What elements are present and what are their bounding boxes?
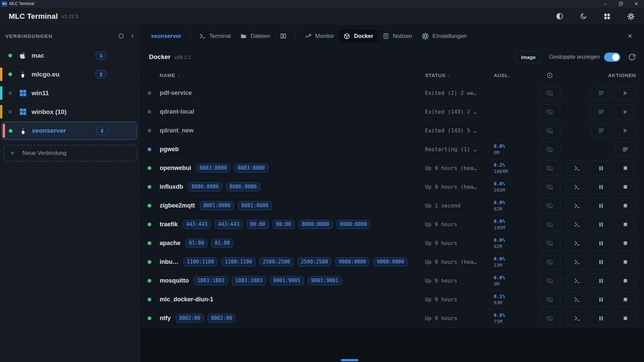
sidebar-item-win11[interactable]: win11 (0, 84, 141, 103)
table-row[interactable]: traefik 443:443443:44380:8080:808080:808… (141, 215, 644, 234)
tab-monitor[interactable]: Monitor (300, 29, 339, 43)
eye-toggle-button[interactable] (539, 217, 560, 232)
tab-terminal[interactable]: Terminal (195, 29, 235, 43)
sidebar-item-mac[interactable]: mac 1 (0, 46, 141, 65)
table-row[interactable]: qdrant-local Exited (143) 2 … (141, 103, 644, 121)
table-row[interactable]: pgweb Restarting (1) … 0.0% 0M (141, 140, 644, 159)
port-badge[interactable]: 8082:80 (208, 314, 235, 323)
stop-button[interactable] (614, 292, 636, 307)
table-row[interactable]: mosquitto 1883:18831883:18839001:9001900… (141, 272, 644, 290)
port-badge[interactable]: 2500:2500 (260, 257, 293, 266)
eye-toggle-button[interactable] (539, 179, 560, 194)
port-badge[interactable]: 80:80 (273, 220, 294, 229)
table-row[interactable]: inbu… 1100:11001100:11002500:25002500:25… (141, 253, 644, 272)
stop-button[interactable] (614, 161, 636, 176)
dark-mode-moon-icon[interactable] (580, 13, 587, 20)
port-badge[interactable]: 9001:9001 (308, 276, 342, 285)
port-badge[interactable]: 8080:8080 (336, 220, 370, 229)
eye-toggle-button[interactable] (539, 311, 560, 326)
close-tab-button[interactable]: ✕ (625, 31, 635, 41)
settings-gear-icon[interactable] (627, 13, 635, 20)
table-row[interactable]: pdf-service Exited (2) 2 we… (141, 84, 644, 103)
pause-button[interactable] (590, 292, 612, 307)
eye-toggle-button[interactable] (539, 85, 560, 101)
eye-toggle-button[interactable] (539, 254, 560, 269)
pause-button[interactable] (590, 311, 612, 326)
terminal-button[interactable] (566, 179, 588, 194)
port-badge[interactable]: 8083:8080 (234, 164, 268, 173)
stop-button[interactable] (614, 217, 636, 232)
terminal-button[interactable] (566, 217, 588, 232)
table-row[interactable]: ntfy 8082:808082:80 Up 9 hours 0.0% 75M (141, 309, 644, 328)
sidebar-item-mlcgo-eu[interactable]: mlcgo.eu 2 (0, 65, 141, 84)
port-badge[interactable]: 443:443 (215, 220, 243, 229)
terminal-button[interactable] (566, 273, 588, 288)
terminal-button[interactable] (566, 311, 588, 326)
tab-docker[interactable]: Docker (339, 29, 378, 43)
collapse-sidebar-chevron[interactable]: ‹ (131, 32, 134, 41)
table-row[interactable]: influxdb 8086:80868086:8086 Up 9 hours (… (141, 178, 644, 196)
minimize-button[interactable]: – (598, 0, 613, 7)
restore-button[interactable] (613, 0, 629, 7)
port-badge[interactable]: 8081:8080 (200, 201, 234, 210)
pause-button[interactable] (590, 179, 612, 194)
port-badge[interactable]: 1100:1100 (183, 257, 217, 266)
stop-button[interactable] (614, 236, 636, 251)
port-badge[interactable]: 1883:1883 (194, 276, 228, 285)
port-badge[interactable]: 80:80 (247, 220, 268, 229)
tab-notizen[interactable]: Notizen (378, 29, 417, 43)
close-window-button[interactable]: ✕ (629, 0, 644, 7)
port-badge[interactable]: 1100:1100 (221, 257, 255, 266)
eye-toggle-button[interactable] (539, 273, 560, 288)
eye-toggle-button[interactable] (539, 236, 560, 251)
column-header-ausl[interactable]: AUSL. (486, 72, 536, 78)
table-row[interactable]: openwebui 8083:80808083:8080 Up 9 hours … (141, 159, 644, 178)
new-connection-button[interactable]: + Neue Verbindung (3, 145, 137, 162)
tab-split-view[interactable] (275, 29, 291, 43)
eye-toggle-button[interactable] (539, 292, 560, 307)
logs-button[interactable] (614, 142, 636, 157)
pause-button[interactable] (590, 273, 612, 288)
stop-button[interactable] (614, 179, 636, 194)
port-badge[interactable]: 9000:9000 (373, 257, 407, 266)
play-button[interactable] (614, 104, 636, 119)
port-badge[interactable]: 443:443 (183, 220, 211, 229)
refresh-icon[interactable] (628, 53, 636, 61)
stop-button[interactable] (614, 273, 636, 288)
port-badge[interactable]: 8082:80 (176, 314, 204, 323)
port-badge[interactable]: 81:80 (185, 239, 207, 248)
show-stopped-toggle[interactable] (604, 53, 620, 62)
sidebar-item-winbox-10-[interactable]: winbox (10) (0, 103, 141, 121)
table-row[interactable]: zigbee2mqtt 8081:80808081:8080 Up 1 seco… (141, 196, 644, 215)
eye-toggle-button[interactable] (539, 123, 560, 138)
eye-toggle-button[interactable] (539, 142, 560, 157)
pause-button[interactable] (590, 217, 612, 232)
play-button[interactable] (614, 85, 636, 101)
column-header-status[interactable]: STATUS↓ (419, 72, 486, 78)
port-badge[interactable]: 8080:8080 (299, 220, 332, 229)
logs-button[interactable] (590, 104, 612, 119)
tab-server[interactable]: xeonserver (150, 29, 183, 43)
terminal-button[interactable] (566, 236, 588, 251)
app-grid-icon[interactable] (603, 13, 611, 20)
connection-status-ring-icon[interactable] (118, 33, 124, 39)
stop-button[interactable] (614, 198, 636, 213)
port-badge[interactable]: 2500:2500 (298, 257, 331, 266)
logs-button[interactable] (590, 123, 612, 138)
port-badge[interactable]: 81:80 (211, 239, 233, 248)
port-badge[interactable]: 9000:9000 (335, 257, 369, 266)
port-badge[interactable]: 8086:8086 (188, 182, 222, 191)
scrollbar-thumb[interactable] (341, 359, 358, 361)
pause-button[interactable] (590, 236, 612, 251)
eye-toggle-button[interactable] (539, 198, 560, 213)
play-button[interactable] (614, 123, 636, 138)
port-badge[interactable]: 8083:8080 (196, 164, 230, 173)
pause-button[interactable] (590, 161, 612, 176)
tab-dateien[interactable]: Dateien (235, 29, 275, 43)
image-button[interactable]: Image (515, 51, 541, 63)
pause-button[interactable] (590, 198, 612, 213)
contrast-theme-icon[interactable] (556, 12, 564, 20)
port-badge[interactable]: 9001:9001 (270, 276, 304, 285)
port-badge[interactable]: 1883:1883 (232, 276, 266, 285)
column-header-visibility[interactable] (536, 72, 564, 79)
